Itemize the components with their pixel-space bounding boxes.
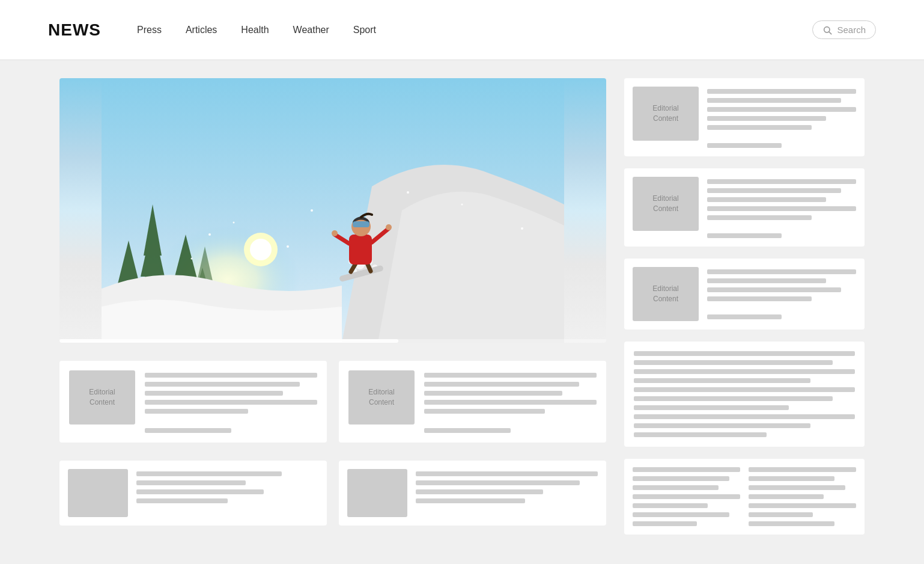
line — [707, 89, 856, 94]
sidebar-card-2-lines — [707, 177, 856, 238]
line — [707, 143, 782, 148]
sidebar-two-col — [624, 459, 865, 535]
line — [707, 98, 841, 103]
right-sidebar: EditorialContent EditorialContent — [624, 78, 865, 535]
svg-point-45 — [287, 245, 289, 248]
line — [707, 197, 826, 202]
sidebar-text-block — [624, 342, 865, 447]
line — [145, 391, 283, 396]
svg-rect-33 — [353, 221, 369, 227]
svg-point-41 — [407, 191, 409, 194]
sidebar-card-2[interactable]: EditorialContent — [624, 168, 865, 247]
line — [707, 215, 812, 220]
line — [416, 498, 525, 503]
svg-point-39 — [233, 222, 235, 224]
line — [749, 485, 845, 490]
line — [634, 432, 767, 437]
line — [424, 382, 579, 387]
line — [749, 512, 813, 517]
main-nav: Press Articles Health Weather Sport — [137, 25, 812, 35]
small-card-2-lines — [416, 469, 598, 503]
line — [136, 471, 282, 476]
line — [749, 467, 856, 472]
line — [633, 503, 708, 508]
line — [633, 512, 729, 517]
line — [634, 360, 833, 365]
line — [707, 206, 856, 211]
line — [634, 369, 855, 374]
sidebar-card-3[interactable]: EditorialContent — [624, 259, 865, 330]
line — [633, 476, 729, 481]
small-card-2[interactable] — [339, 461, 606, 526]
line — [416, 480, 580, 485]
hero-image — [59, 78, 606, 343]
line — [424, 400, 597, 405]
card-2-thumb: EditorialContent — [348, 370, 415, 425]
svg-point-43 — [521, 227, 523, 230]
line — [634, 378, 810, 383]
sidebar-card-2-thumb: EditorialContent — [633, 177, 699, 231]
line — [707, 269, 856, 274]
video-progress-fill — [59, 339, 398, 343]
search-placeholder: Search — [837, 25, 866, 35]
svg-point-37 — [386, 224, 392, 230]
line — [633, 485, 719, 490]
svg-point-36 — [332, 230, 338, 236]
small-card-1-thumb — [68, 469, 128, 517]
line — [424, 373, 597, 378]
card-1-lines — [145, 370, 317, 433]
sidebar-card-1-lines — [707, 87, 856, 148]
line — [634, 351, 855, 356]
line — [707, 233, 782, 238]
small-card-2-thumb — [347, 469, 407, 517]
line — [707, 296, 812, 301]
svg-rect-31 — [349, 234, 372, 265]
line — [634, 396, 833, 401]
header: NEWS Press Articles Health Weather Sport… — [0, 0, 924, 60]
nav-articles[interactable]: Articles — [186, 25, 217, 35]
nav-sport[interactable]: Sport — [353, 25, 376, 35]
line — [707, 278, 826, 283]
line — [416, 489, 543, 494]
line — [707, 179, 856, 184]
line — [424, 391, 562, 396]
line — [145, 409, 248, 414]
svg-point-44 — [191, 258, 193, 260]
line — [145, 382, 300, 387]
line — [136, 489, 264, 494]
line — [634, 423, 810, 428]
search-icon — [822, 25, 832, 35]
svg-point-40 — [311, 209, 313, 212]
svg-point-42 — [461, 204, 463, 206]
line — [749, 476, 834, 481]
nav-press[interactable]: Press — [137, 25, 162, 35]
line — [634, 387, 855, 392]
line — [633, 521, 697, 526]
line — [634, 414, 855, 419]
nav-health[interactable]: Health — [241, 25, 269, 35]
line — [424, 409, 545, 414]
nav-weather[interactable]: Weather — [293, 25, 329, 35]
main-content: EditorialContent EditorialContent — [47, 60, 877, 559]
search-box[interactable]: Search — [812, 20, 876, 39]
line — [634, 405, 789, 410]
line — [749, 521, 834, 526]
sidebar-card-3-lines — [707, 267, 856, 319]
cards-grid-row2 — [59, 461, 606, 526]
svg-point-38 — [208, 233, 211, 236]
sidebar-col-2 — [749, 467, 856, 526]
site-logo[interactable]: NEWS — [48, 20, 101, 40]
card-2[interactable]: EditorialContent — [339, 361, 606, 443]
line — [707, 287, 841, 292]
line — [749, 503, 856, 508]
sidebar-card-3-thumb: EditorialContent — [633, 267, 699, 321]
line — [633, 467, 740, 472]
line — [707, 314, 782, 319]
small-card-1[interactable] — [59, 461, 327, 526]
video-progress-bar[interactable] — [59, 339, 606, 343]
line — [749, 494, 824, 499]
line — [633, 494, 740, 499]
small-card-1-lines — [136, 469, 318, 503]
sidebar-card-1[interactable]: EditorialContent — [624, 78, 865, 156]
card-1[interactable]: EditorialContent — [59, 361, 327, 443]
